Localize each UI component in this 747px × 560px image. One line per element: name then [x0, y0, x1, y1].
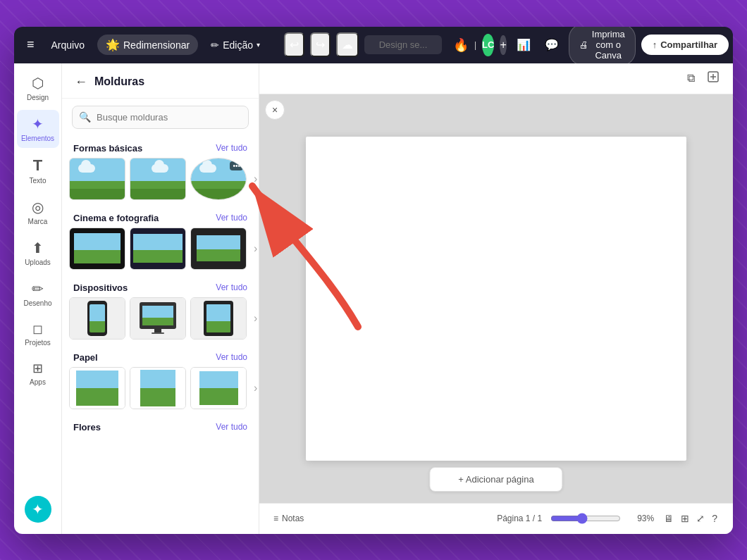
frame-thumb-tablet[interactable]	[190, 297, 247, 340]
apps-icon: ⊞	[32, 361, 43, 376]
search-icon: 🔍	[79, 111, 91, 123]
more-options-button[interactable]: •••	[230, 161, 243, 170]
scroll-right-dispositivos-button[interactable]: ›	[251, 309, 259, 328]
cloud-save-button[interactable]: ☁	[336, 32, 359, 57]
sidebar-item-elementos[interactable]: ✦ Elementos	[17, 110, 59, 148]
search-input[interactable]	[72, 106, 249, 129]
ver-tudo-papel-button[interactable]: Ver tudo	[216, 352, 247, 362]
canvas-toolbar: ⧉	[259, 63, 733, 94]
sidebar-icons: ⬡ Design ✦ Elementos T Texto ◎ Marca ⬆ U…	[14, 63, 62, 534]
copy-tool-button[interactable]: ⧉	[684, 69, 698, 87]
user-avatar: LC	[482, 34, 494, 56]
canvas-page	[306, 137, 686, 461]
fire-icon: 🔥	[453, 37, 469, 53]
sidebar-item-projetos[interactable]: ◻ Projetos	[17, 316, 59, 352]
sidebar-item-apps[interactable]: ⊞ Apps	[17, 355, 59, 392]
frame-thumb-monitor[interactable]	[130, 297, 186, 340]
frame-thumb-landscape2[interactable]	[130, 158, 186, 200]
ver-tudo-dispositivos-button[interactable]: Ver tudo	[216, 282, 247, 292]
frame-thumb-circle[interactable]: •••	[190, 158, 247, 200]
sidebar-item-marca[interactable]: ◎ Marca	[17, 193, 59, 231]
bottom-bar: ≡ Notas Página 1 / 1 93% 🖥 ⊞ ⤢ ?	[259, 503, 733, 534]
add-tool-button[interactable]	[705, 68, 722, 88]
undo-button[interactable]: ↩	[284, 32, 304, 57]
section-formas-basicas: Formas básicas Ver tudo	[62, 136, 259, 158]
frame-thumb-papel1[interactable]	[69, 367, 125, 409]
hamburger-icon[interactable]: ≡	[23, 33, 39, 56]
ver-tudo-cinema-button[interactable]: Ver tudo	[216, 213, 247, 223]
redimensionar-button[interactable]: 🌟 Redimensionar	[97, 35, 198, 55]
redo-button[interactable]: ↪	[310, 32, 331, 57]
panel-scroll: Formas básicas Ver tudo	[62, 136, 259, 534]
sidebar-item-design[interactable]: ⬡ Design	[17, 69, 59, 107]
frame-thumb-cinema1[interactable]	[69, 228, 125, 270]
magic-button[interactable]: ✦	[25, 496, 51, 523]
grid-view-button[interactable]: ⊞	[679, 511, 691, 525]
chat-icon[interactable]: 💬	[541, 34, 563, 56]
app-window: ≡ Arquivo 🌟 Redimensionar ✏ Edição ▾ ↩ ↪…	[14, 27, 733, 534]
frame-thumb-papel2[interactable]	[130, 367, 186, 409]
formas-basicas-grid: ••• ›	[62, 158, 259, 200]
page-info: Página 1 / 1	[497, 514, 542, 523]
section-dispositivos: Dispositivos Ver tudo	[62, 275, 259, 297]
panel-header: ← Molduras	[62, 63, 259, 99]
section-papel: Papel Ver tudo	[62, 345, 259, 367]
desktop-view-button[interactable]: 🖥	[662, 511, 675, 525]
papel-grid: ›	[62, 367, 259, 409]
dispositivos-grid: ›	[62, 297, 259, 340]
fullscreen-button[interactable]: ⤢	[695, 511, 706, 525]
canvas-main: × + Adicionar página	[259, 94, 733, 503]
edicao-button[interactable]: ✏ Edição ▾	[204, 35, 267, 55]
sidebar-item-texto[interactable]: T Texto	[17, 151, 59, 190]
scroll-right-cinema-button[interactable]: ›	[251, 239, 259, 258]
frame-thumb-phone[interactable]	[69, 297, 125, 340]
section-flores: Flores Ver tudo	[62, 415, 259, 437]
add-page-button[interactable]: + Adicionar página	[429, 467, 562, 492]
search-container: 🔍	[72, 106, 249, 129]
desenho-icon: ✏	[32, 280, 44, 297]
ver-tudo-formas-button[interactable]: Ver tudo	[216, 143, 247, 153]
texto-icon: T	[33, 156, 42, 175]
analytics-icon[interactable]: 📊	[512, 34, 535, 56]
sidebar-item-desenho[interactable]: ✏ Desenho	[17, 275, 59, 313]
zoom-level: 93%	[629, 514, 654, 523]
canvas-area: ⧉ ×	[259, 63, 733, 534]
frame-thumb-cinema3[interactable]	[190, 228, 247, 270]
main-content: ⬡ Design ✦ Elementos T Texto ◎ Marca ⬆ U…	[14, 63, 733, 534]
design-title-input[interactable]	[364, 35, 442, 54]
frame-thumb-cinema2[interactable]	[130, 228, 186, 270]
scroll-right-papel-button[interactable]: ›	[251, 379, 259, 397]
share-button[interactable]: ↑ Compartilhar	[641, 35, 729, 55]
notes-icon: ≡	[273, 514, 278, 523]
sidebar-item-uploads[interactable]: ⬆ Uploads	[17, 234, 59, 272]
print-button[interactable]: 🖨 Imprima com o Canva	[569, 27, 636, 66]
top-nav: ≡ Arquivo 🌟 Redimensionar ✏ Edição ▾ ↩ ↪…	[14, 27, 733, 63]
uploads-icon: ⬆	[32, 239, 44, 256]
projetos-icon: ◻	[32, 321, 43, 337]
back-button[interactable]: ←	[73, 73, 89, 91]
close-panel-button[interactable]: ×	[265, 100, 285, 120]
elementos-icon: ✦	[32, 116, 44, 132]
help-button[interactable]: ?	[710, 511, 719, 525]
frame-thumb-landscape1[interactable]	[69, 158, 125, 200]
scroll-right-formas-button[interactable]: ›	[251, 170, 259, 188]
marca-icon: ◎	[32, 199, 44, 216]
zoom-slider[interactable]	[550, 513, 621, 524]
magic-icon: ✦	[32, 501, 44, 518]
panel-title: Molduras	[94, 75, 144, 88]
notes-button[interactable]: ≡ Notas	[273, 514, 304, 523]
frames-panel: ← Molduras 🔍 Formas básicas Ver tudo	[62, 63, 259, 534]
zoom-slider-container	[550, 513, 621, 524]
design-icon: ⬡	[32, 75, 44, 92]
cinema-grid: ›	[62, 228, 259, 270]
section-cinema-fotografia: Cinema e fotografia Ver tudo	[62, 206, 259, 228]
frame-thumb-papel3[interactable]	[190, 367, 247, 409]
ver-tudo-flores-button[interactable]: Ver tudo	[216, 422, 247, 432]
view-options: 🖥 ⊞ ⤢ ?	[662, 511, 719, 525]
arquivo-button[interactable]: Arquivo	[44, 35, 92, 55]
add-member-button[interactable]: +	[500, 35, 506, 55]
